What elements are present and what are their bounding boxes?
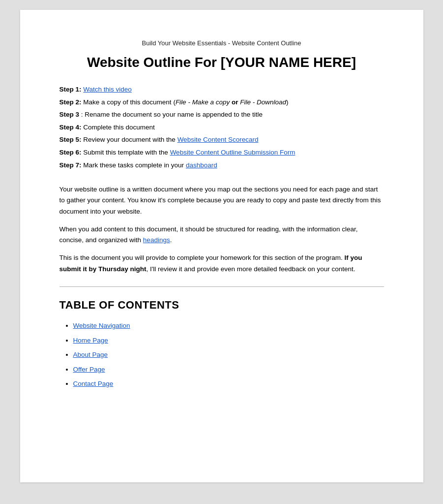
headings-link[interactable]: headings — [143, 236, 170, 244]
toc-link-home[interactable]: Home Page — [73, 337, 108, 344]
toc-list: Website Navigation Home Page About Page … — [59, 320, 384, 389]
section-divider — [59, 286, 384, 287]
description-p2-before: When you add content to this document, i… — [59, 225, 358, 244]
description-section: Your website outline is a written docume… — [59, 184, 384, 275]
step-3-label: Step 3 — [59, 111, 80, 118]
toc-link-offer[interactable]: Offer Page — [73, 366, 105, 373]
scorecard-link[interactable]: Website Content Scorecard — [177, 136, 259, 143]
step-6-text: Submit this template with the — [83, 149, 170, 156]
step-5: Step 5: Review your document with the We… — [59, 134, 384, 145]
step-2: Step 2: Make a copy of this document (Fi… — [59, 97, 384, 108]
description-p1-text: Your website outline is a written docume… — [59, 186, 381, 215]
description-p3-before: This is the document you will provide to… — [59, 254, 345, 261]
step-5-label: Step 5: — [59, 136, 82, 143]
description-p2: When you add content to this document, i… — [59, 224, 384, 246]
description-p3-after: , I'll review it and provide even more d… — [147, 265, 355, 273]
toc-link-contact[interactable]: Contact Page — [73, 380, 114, 387]
step-2-text: Make a copy of this document (File - Mak… — [83, 98, 288, 106]
toc-heading: TABLE OF CONTENTS — [59, 299, 384, 312]
step-1-label: Step 1: — [59, 86, 82, 93]
toc-item-contact: Contact Page — [73, 378, 384, 389]
description-p1: Your website outline is a written docume… — [59, 184, 384, 217]
step-1: Step 1: Watch this video — [59, 84, 384, 95]
step-6: Step 6: Submit this template with the We… — [59, 147, 384, 158]
step-4: Step 4: Complete this document — [59, 122, 384, 133]
toc-item-navigation: Website Navigation — [73, 320, 384, 331]
toc-link-navigation[interactable]: Website Navigation — [73, 322, 130, 329]
step-3-text: : Rename the document so your name is ap… — [81, 111, 263, 118]
dashboard-link[interactable]: dashboard — [186, 161, 217, 169]
step-4-label: Step 4: — [59, 124, 82, 131]
description-p3: This is the document you will provide to… — [59, 252, 384, 275]
toc-link-about[interactable]: About Page — [73, 351, 108, 358]
step-7: Step 7: Mark these tasks complete in you… — [59, 160, 384, 171]
watch-video-link[interactable]: Watch this video — [83, 86, 132, 93]
step-2-label: Step 2: — [59, 98, 82, 106]
toc-item-offer: Offer Page — [73, 364, 384, 375]
steps-section: Step 1: Watch this video Step 2: Make a … — [59, 84, 384, 170]
step-3: Step 3 : Rename the document so your nam… — [59, 109, 384, 120]
step-4-text: Complete this document — [83, 124, 155, 131]
doc-subtitle: Build Your Website Essentials - Website … — [59, 39, 384, 47]
step-6-label: Step 6: — [59, 149, 82, 156]
page-container: Build Your Website Essentials - Website … — [20, 10, 423, 482]
doc-title: Website Outline For [YOUR NAME HERE] — [59, 55, 384, 70]
toc-item-about: About Page — [73, 349, 384, 360]
toc-item-home: Home Page — [73, 335, 384, 346]
step-7-label: Step 7: — [59, 161, 82, 169]
submission-form-link[interactable]: Website Content Outline Submission Form — [170, 149, 295, 156]
step-5-text: Review your document with the — [83, 136, 177, 143]
description-p2-after: . — [170, 236, 172, 244]
step-7-text: Mark these tasks complete in your — [83, 161, 186, 169]
